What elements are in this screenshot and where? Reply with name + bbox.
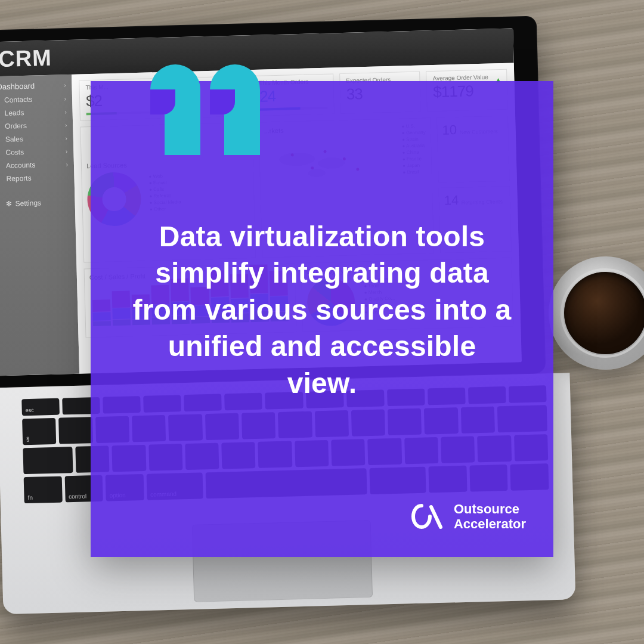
key-fn: fn (24, 476, 63, 504)
key (23, 447, 73, 474)
quote-mark-icon (150, 64, 260, 154)
quote-card: Data virtualization tools simplify integ… (91, 81, 553, 557)
brand-line1: Outsource (454, 501, 526, 516)
stat-label: Average Order Value (433, 73, 501, 82)
quote-text: Data virtualization tools simplify integ… (132, 218, 512, 401)
sidebar-item-label: Orders (5, 122, 27, 131)
sidebar-item-label: Sales (5, 135, 23, 144)
sidebar-item-label: Contacts (4, 95, 33, 104)
chevron-right-icon: › (65, 122, 67, 128)
key: § (22, 418, 56, 445)
brand-logo-icon (411, 501, 444, 532)
chevron-right-icon: › (65, 135, 67, 141)
brand-name: Outsource Accelerator (454, 501, 526, 532)
sidebar-item-label: Leads (4, 109, 24, 117)
chevron-right-icon: › (64, 109, 67, 115)
crm-sidebar: Dashboard › Contacts › Leads › Orders › (0, 75, 79, 376)
chevron-right-icon: › (66, 148, 68, 154)
sidebar-item-label: Dashboard (0, 82, 35, 92)
brand-line2: Accelerator (454, 516, 526, 531)
brand-lockup: Outsource Accelerator (411, 501, 526, 532)
crm-title: CRM (0, 45, 52, 72)
key (58, 417, 92, 444)
sidebar-item-label: Costs (5, 148, 24, 157)
gear-icon: ✻ (5, 200, 11, 208)
sidebar-item-label: Settings (15, 199, 41, 208)
sidebar-item-settings[interactable]: ✻ Settings (0, 194, 75, 212)
sidebar-item-label: Accounts (6, 161, 36, 170)
sidebar-item-label: Reports (6, 174, 31, 183)
chevron-right-icon: › (64, 95, 67, 102)
key-esc: esc (21, 398, 60, 416)
sidebar-item-reports[interactable]: Reports (0, 171, 75, 186)
chevron-right-icon: › (66, 161, 68, 168)
chevron-right-icon: › (64, 82, 66, 88)
